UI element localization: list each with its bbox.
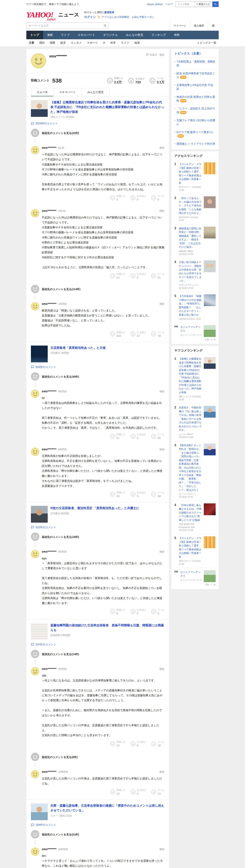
pr-ad-thumbnail[interactable] [204, 570, 216, 582]
gnav-item-トップ[interactable]: トップ [26, 31, 43, 39]
ranking-thumbnail[interactable] [204, 406, 216, 417]
article-title[interactable]: N党の立花容疑者、違法性否定 「真実相当性あった」と弁護士に [50, 506, 139, 510]
article-title[interactable]: 【速報】公職選挙法違反で刑事告発を受けた兵庫県・斎藤元彦知事とPR会社の代表 不… [50, 100, 164, 114]
ranking-thumbnail[interactable] [204, 357, 216, 369]
reply-context-link[interactable]: 返信先のコメントを見る(8件) [31, 753, 164, 762]
reply-context-link[interactable]: 返信先のコメントを見る(21件) [31, 830, 164, 839]
comment-username[interactable]: xms******** [42, 770, 56, 773]
topic-link[interactable]: 太陽フレア発生 12日夜から影響か [176, 118, 216, 126]
keyword-search-input[interactable]: キーワードを入力 [26, 23, 109, 29]
ranking-title-link[interactable]: 【乃木坂46】「制服で踊るだけのお遊戯会」…“辛辣批判”に賛同多数？ 「おじさん… [179, 294, 202, 317]
ranking-thumbnail[interactable] [204, 503, 216, 515]
reaction-naruhodo-button[interactable]: なるほど0 [131, 788, 146, 795]
close-ad-icon[interactable]: ✕ [214, 583, 216, 586]
reaction-naruhodo-button[interactable]: なるほど3 [131, 433, 146, 439]
reaction-naruhodo-button[interactable]: なるほど0 [131, 740, 146, 747]
report-link[interactable]: 報告 [160, 209, 164, 213]
article-title[interactable]: 斎藤知事問題の発信続けた立花孝志容疑者 真偽不明情報も氾濫、情報源には県議らも [50, 623, 164, 632]
topic-link[interactable]: 渡部健人 トライアウトで特大弾 [176, 142, 215, 146]
reaction-un-button[interactable]: うーん21 [151, 272, 164, 279]
subnav-item-国際[interactable]: 国際 [47, 39, 58, 46]
report-link[interactable]: 報告 [160, 847, 164, 851]
subnav-item-IT[interactable]: IT [100, 39, 108, 46]
report-link[interactable]: 報告 [160, 390, 164, 393]
subnav-item-経済[interactable]: 経済 [58, 39, 68, 46]
subnav-item-エンタメ[interactable]: エンタメ [68, 39, 84, 46]
reply-context-link[interactable]: 返信先のコメントを見る(18件) [31, 532, 164, 542]
subnav-item-ライフ[interactable]: ライフ [118, 39, 132, 46]
subnav-item-国内[interactable]: 国内 [37, 39, 47, 46]
topics-title[interactable]: トピックス（主要） [174, 52, 216, 58]
comment-username[interactable]: xms******** [42, 302, 56, 305]
topic-link[interactable]: 無免許の社員 客乗せた列車を運転NEW [176, 95, 216, 103]
reaction-naruhodo-button[interactable]: なるほど5 [131, 491, 146, 498]
pr-ad-title-link[interactable]: セゾンファンデックス [180, 570, 202, 578]
report-link[interactable]: 報告 [160, 550, 164, 554]
reaction-naruhodo-button[interactable]: なるほど0 [131, 608, 146, 615]
gnav-item-エキスパート[interactable]: エキスパート [74, 31, 99, 39]
reaction-un-button[interactable]: うーん13 [151, 788, 164, 795]
ranking-title-link[interactable]: 大食い双子姉妹ユーチューバー 活動休止の病名を公表「自分たちが管理できるキャパを… [179, 260, 202, 283]
reply-context-link[interactable]: 返信先のコメントを見る(22件) [31, 129, 164, 138]
article-thumbnail[interactable] [31, 506, 48, 523]
ranking-title-link[interactable]: 「日本が挑発し最も嫌がるものは」中国大使館の大スクリーンで上映された“有事シナリ… [179, 503, 202, 522]
web-search-box[interactable]: ウェブ検索 ↗東海テレビ [175, 1, 219, 7]
reaction-naruhodo-button[interactable]: なるほど0 [131, 272, 146, 279]
login-link[interactable]: ログイン [84, 15, 96, 19]
reaction-empathy-button[interactable]: 共感した15 [110, 272, 126, 279]
ranking-thumbnail[interactable] [204, 443, 216, 455]
report-link[interactable]: 報告 [160, 302, 164, 306]
article-comment-count-link[interactable]: 164件のコメント [31, 823, 164, 827]
gnav-item-有料[interactable]: 有料 [170, 31, 184, 39]
article-comment-count-link[interactable]: 2224件のコメント [31, 122, 164, 125]
signup-link[interactable]: 新規取得 [104, 11, 114, 14]
article-thumbnail[interactable] [31, 100, 48, 117]
article-thumbnail[interactable] [31, 803, 48, 820]
ranking-title-link[interactable]: 【高市自民】ネット荒れる「怒鳴るな」「また揚げ足取り」「質問が低レベル」国会予算… [179, 443, 202, 492]
report-link[interactable]: 報告 [160, 667, 164, 671]
comment-username[interactable]: xms******** [42, 146, 56, 149]
article-thumbnail[interactable] [31, 346, 48, 362]
ranking-thumbnail[interactable] [204, 260, 216, 272]
reaction-un-button[interactable]: うーん58 [151, 433, 164, 439]
yahoo-japan-link[interactable]: Yahoo! JAPAN [146, 3, 163, 6]
ranking-title-link[interactable]: 蓮舫議員の質問に自民党が「50秒沈黙」 蓮舫議員「通告してますよ」「献金を“迂回… [179, 227, 202, 249]
help-link[interactable]: ヘルプ [165, 2, 173, 6]
article-comment-count-link[interactable]: 197件のコメント [31, 643, 164, 646]
disaster-promo-link[interactable]: ヤフー防災模試で、南海トラフ地震に備えよう [26, 2, 79, 6]
reaction-un-button[interactable]: うーん78 [151, 331, 164, 337]
hide-report-link[interactable]: 非表示・報告 [146, 53, 164, 69]
reply-context-link[interactable]: 返信先のコメントを見る(40件) [31, 372, 164, 381]
tab-エキスパート[interactable]: エキスパート [53, 88, 82, 96]
topic-link[interactable]: 鉄道 全国10事業者で信号設定ミスNEW [176, 71, 216, 79]
report-link[interactable]: 報告 [160, 146, 164, 150]
gnav-item-みんなの意見[interactable]: みんなの意見 [122, 31, 147, 39]
reaction-empathy-button[interactable]: 共感した60 [110, 491, 126, 498]
reply-context-link[interactable]: 返信先のコメントを見る(114件) [31, 285, 164, 294]
article-thumbnail[interactable] [31, 623, 48, 640]
reaction-un-button[interactable]: うーん6 [151, 608, 164, 615]
tab-みんなの意見[interactable]: みんなの意見 [81, 88, 110, 96]
ranking-title-link[interactable]: 【ゴールデン・グラブ賞】阪神が圧倒！村上頌樹ら７選手、両リーグ最多得票は大山悠輔… [179, 162, 202, 185]
reaction-un-button[interactable]: うーん29 [151, 740, 164, 747]
reaction-empathy-button[interactable]: 共感した4 [110, 194, 126, 201]
comment-username[interactable]: xms******** [42, 550, 56, 553]
reaction-un-button[interactable]: うーん68 [151, 491, 164, 498]
yahoo-news-logo[interactable]: YAHOO! JAPAN [26, 11, 56, 19]
reaction-empathy-button[interactable]: 共感した440 [110, 331, 126, 337]
ranking-title-link[interactable]: 【ゴールデン・グラブ賞】阪神が圧倒！村上頌樹ら７選手、両リーグ最多得票は大山悠輔… [179, 536, 202, 559]
ad-info-link[interactable]: 広告 [205, 338, 209, 341]
report-link[interactable]: 報告 [160, 448, 164, 451]
comment-username[interactable]: xms******** [42, 209, 56, 212]
article-title[interactable]: 兵庫・斎藤元彦知事、立花孝志容疑者の逮捕に「捜査中のためコメントは差し控えさせて… [50, 803, 164, 813]
ad-info-link[interactable]: 広告 [205, 583, 209, 586]
gnav-item-速報[interactable]: 速報 [43, 31, 57, 39]
topic-link[interactable]: 兵庫県知事とPR会社代表 不起訴 [176, 83, 216, 91]
subnav-item-地域[interactable]: 地域 [132, 39, 142, 46]
comment-username[interactable]: xms******** [42, 447, 56, 451]
ranking-title-link[interactable]: 【速報】公職選挙法違反で刑事告発を受けた兵庫県・斎藤元彦知事とPR会社の代表 不… [179, 357, 202, 394]
ranking-thumbnail[interactable] [204, 162, 216, 174]
subnav-item-科学[interactable]: 科学 [108, 39, 118, 46]
reaction-empathy-button[interactable]: 共感した51 [110, 433, 126, 439]
reply-context-link[interactable]: 返信先のコメントを見る(14件) [31, 650, 164, 659]
